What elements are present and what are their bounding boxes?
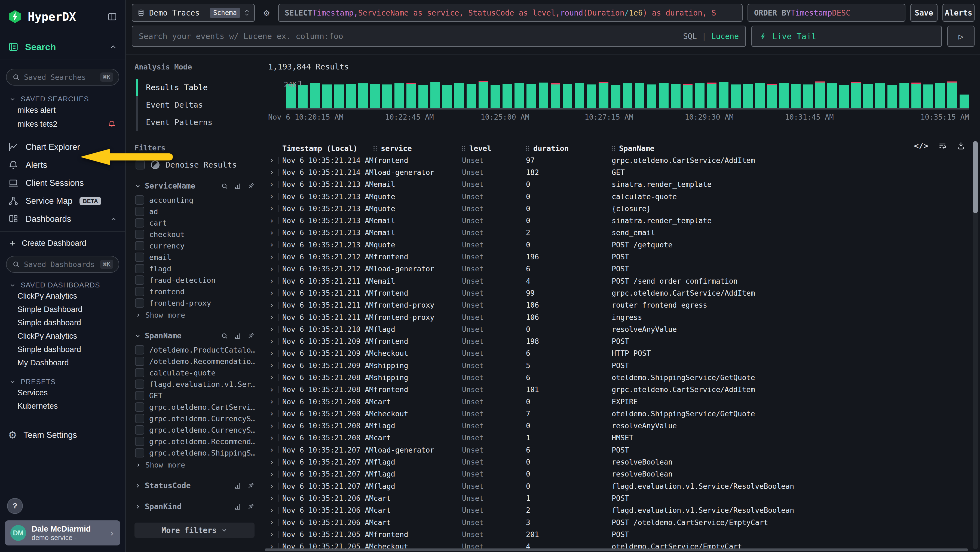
pin-icon[interactable] xyxy=(247,332,255,340)
table-row[interactable]: ›Nov 6 10:35:21.213 AMquoteUnset0POST /g… xyxy=(263,239,971,250)
histogram-bar[interactable] xyxy=(923,85,933,108)
filter-checkbox[interactable] xyxy=(135,252,144,262)
user-menu[interactable]: DM Dale McDiarmid demo-service - › xyxy=(5,520,120,546)
saved-dashboards-searchbox[interactable]: ⌘K xyxy=(6,256,119,273)
histogram-bar[interactable] xyxy=(695,83,705,108)
create-dashboard-button[interactable]: + Create Dashboard xyxy=(0,235,125,252)
pin-icon[interactable] xyxy=(247,503,255,511)
spanname-filter-item[interactable]: grpc.oteldemo.CurrencyS… xyxy=(134,424,255,436)
bar-chart-icon[interactable] xyxy=(234,182,242,190)
servicename-filter-item[interactable]: checkout xyxy=(134,228,255,240)
row-expand-chevron[interactable]: › xyxy=(263,410,282,418)
live-tail-button[interactable]: Live Tail xyxy=(751,26,942,47)
histogram-bar[interactable] xyxy=(322,85,332,108)
schema-badge[interactable]: Schema xyxy=(210,8,240,18)
histogram-bar[interactable] xyxy=(454,83,464,108)
histogram-bar[interactable] xyxy=(334,85,344,108)
histogram-bar[interactable] xyxy=(671,84,681,108)
filter-checkbox[interactable] xyxy=(135,207,144,216)
row-expand-chevron[interactable]: › xyxy=(263,337,282,346)
saved-dashboard-item[interactable]: Simple Dashboard xyxy=(0,303,125,316)
servicename-filter-item[interactable]: fraud-detection xyxy=(134,274,255,286)
histogram-bar[interactable] xyxy=(587,85,596,108)
drag-handle-icon[interactable] xyxy=(612,146,615,151)
histogram-bar[interactable] xyxy=(875,83,885,108)
vertical-scrollbar-thumb[interactable] xyxy=(973,141,978,213)
search-icon[interactable] xyxy=(221,332,228,340)
bar-chart-icon[interactable] xyxy=(234,332,242,340)
spanname-filter-item[interactable]: grpc.oteldemo.CartServi… xyxy=(134,401,255,413)
sidebar-item-client-sessions[interactable]: Client Sessions xyxy=(0,174,125,192)
drag-handle-icon[interactable] xyxy=(526,146,530,151)
histogram-bar[interactable] xyxy=(346,84,356,108)
table-row[interactable]: ›Nov 6 10:35:21.205 AMfrontendUnset201PO… xyxy=(263,528,971,540)
saved-dashboard-item[interactable]: My Dashboard xyxy=(0,356,125,369)
analysis-mode-results-table[interactable]: Results Table xyxy=(138,79,255,96)
row-expand-chevron[interactable]: › xyxy=(263,253,282,261)
servicename-filter-item[interactable]: frontend xyxy=(134,286,255,297)
histogram-bar[interactable] xyxy=(767,85,776,108)
histogram-bar[interactable] xyxy=(503,84,512,108)
table-row[interactable]: ›Nov 6 10:35:21.207 AMload-generatorUnse… xyxy=(263,444,971,456)
filter-checkbox[interactable] xyxy=(135,195,144,204)
table-row[interactable]: ›Nov 6 10:35:21.209 AMcheckoutUnset6HTTP… xyxy=(263,348,971,359)
column-header-spanname[interactable]: SpanName xyxy=(612,144,964,153)
save-button[interactable]: Save xyxy=(910,4,937,22)
table-row[interactable]: ›Nov 6 10:35:21.207 AMflagdUnset0resolve… xyxy=(263,456,971,468)
mode-lucene-toggle[interactable]: Lucene xyxy=(711,32,739,41)
spanname-filter-item[interactable]: /oteldemo.ProductCatalo… xyxy=(134,344,255,356)
filter-checkbox[interactable] xyxy=(135,402,144,412)
histogram-bar[interactable] xyxy=(851,83,861,108)
histogram-bar[interactable] xyxy=(430,82,440,108)
histogram-bar[interactable] xyxy=(599,83,608,108)
histogram-bar[interactable] xyxy=(888,85,897,108)
row-expand-chevron[interactable]: › xyxy=(263,168,282,176)
row-expand-chevron[interactable]: › xyxy=(263,277,282,285)
filter-checkbox[interactable] xyxy=(135,241,144,250)
histogram-bar[interactable] xyxy=(370,84,380,108)
filter-checkbox[interactable] xyxy=(135,287,144,296)
saved-searches-searchbox[interactable]: ⌘K xyxy=(6,69,119,86)
row-expand-chevron[interactable]: › xyxy=(263,458,282,466)
histogram-bar[interactable] xyxy=(659,83,668,108)
row-expand-chevron[interactable]: › xyxy=(263,289,282,297)
filter-group-servicename[interactable]: ServiceName xyxy=(134,182,255,190)
filter-checkbox[interactable] xyxy=(135,380,144,389)
row-expand-chevron[interactable]: › xyxy=(263,228,282,237)
row-expand-chevron[interactable]: › xyxy=(263,482,282,490)
histogram-bar[interactable] xyxy=(731,85,740,108)
row-expand-chevron[interactable]: › xyxy=(263,446,282,454)
row-expand-chevron[interactable]: › xyxy=(263,313,282,321)
spanname-filter-item[interactable]: flagd.evaluation.v1.Ser… xyxy=(134,378,255,390)
histogram-bar[interactable] xyxy=(707,84,716,108)
results-histogram[interactable]: 24K Nov 6 10:20:15 AM10:22:45 AM10:25:00… xyxy=(268,82,969,110)
table-row[interactable]: ›Nov 6 10:35:21.207 AMflagdUnset0resolve… xyxy=(263,468,971,480)
saved-dashboards-section[interactable]: SAVED DASHBOARDS xyxy=(9,281,125,289)
histogram-bar[interactable] xyxy=(479,82,488,108)
table-row[interactable]: ›Nov 6 10:35:21.210 AMflagdUnset0resolve… xyxy=(263,323,971,335)
saved-searches-input[interactable] xyxy=(24,73,96,81)
run-query-button[interactable]: ▷ xyxy=(947,26,975,47)
histogram-bar[interactable] xyxy=(358,83,368,108)
histogram-bar[interactable] xyxy=(514,83,524,108)
table-row[interactable]: ›Nov 6 10:35:21.213 AMemailUnset0sinatra… xyxy=(263,179,971,190)
column-header-level[interactable]: level xyxy=(462,144,526,153)
filter-checkbox[interactable] xyxy=(135,345,144,354)
histogram-bar[interactable] xyxy=(635,83,644,108)
sidebar-item-team-settings[interactable]: ⚙ Team Settings xyxy=(0,430,125,440)
servicename-filter-item[interactable]: cart xyxy=(134,217,255,228)
filter-checkbox[interactable] xyxy=(135,298,144,308)
row-expand-chevron[interactable]: › xyxy=(263,494,282,502)
column-header-duration[interactable]: duration xyxy=(526,144,612,153)
histogram-bar[interactable] xyxy=(719,82,729,108)
column-header-service[interactable]: service xyxy=(374,144,462,153)
show-more-services[interactable]: Show more xyxy=(135,311,255,319)
more-filters-button[interactable]: More filters xyxy=(134,523,255,538)
row-expand-chevron[interactable]: › xyxy=(263,192,282,201)
presets-section[interactable]: PRESETS xyxy=(9,378,125,386)
servicename-filter-item[interactable]: currency xyxy=(134,240,255,252)
filter-checkbox[interactable] xyxy=(135,425,144,435)
histogram-bar[interactable] xyxy=(815,83,825,108)
histogram-bar[interactable] xyxy=(551,85,560,108)
event-search-input[interactable] xyxy=(139,32,678,41)
